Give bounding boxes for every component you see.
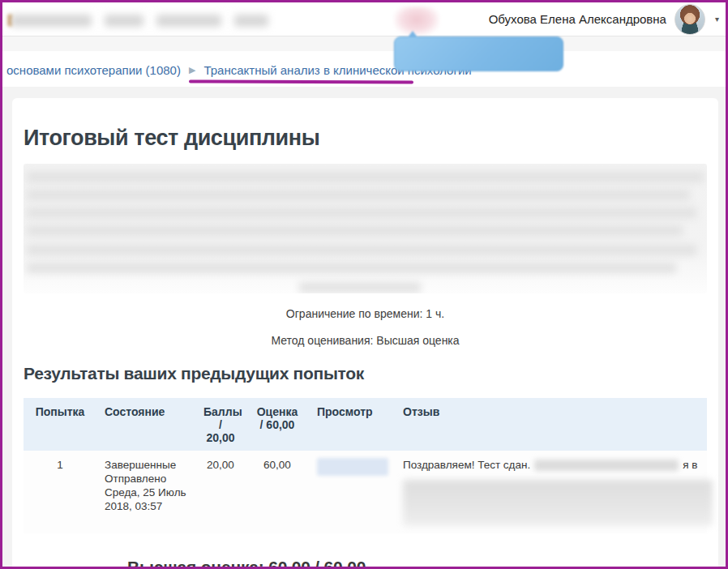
- results-heading: Результаты ваших предыдущих попыток: [24, 364, 707, 383]
- chevron-down-icon[interactable]: ▾: [715, 15, 719, 24]
- redacted-text-line: [299, 282, 421, 293]
- grading-method-text: Метод оценивания: Высшая оценка: [24, 334, 707, 347]
- col-header-attempt: Попытка: [24, 398, 96, 451]
- redacted-tooltip-blur: [394, 36, 563, 71]
- feedback-line: Поздравляем! Тест сдан.я в: [403, 458, 699, 472]
- attempt-state-cell: Завершенные Отправлено Среда, 25 Июль 20…: [96, 451, 195, 533]
- annotation-underline: [189, 80, 413, 84]
- attempt-number-cell: 1: [24, 451, 96, 533]
- redacted-text-line: [27, 207, 696, 218]
- col-header-grade-line: / 60,00: [260, 418, 295, 431]
- redacted-feedback-block: [403, 480, 713, 526]
- col-header-grade-line: Оценка: [257, 405, 298, 418]
- redacted-review-link[interactable]: [317, 458, 388, 476]
- top-header-bar: Обухова Елена Александровна ▾: [2, 2, 726, 36]
- attempt-submitted-date: Отправлено Среда, 25 Июль 2018, 03:57: [105, 472, 187, 513]
- redacted-text-line: [27, 245, 696, 255]
- redacted-text-blob: [156, 15, 221, 27]
- col-header-review: Просмотр: [309, 398, 395, 451]
- col-header-state: Состояние: [96, 398, 195, 451]
- attempt-state: Завершенные: [105, 458, 187, 472]
- table-header-row: Попытка Состояние Баллы / 20,00 Оценка /…: [24, 398, 707, 451]
- final-grade-text: Высшая оценка: 60,00 / 60,00.: [127, 558, 707, 569]
- table-row: 1 Завершенные Отправлено Среда, 25 Июль …: [24, 451, 707, 533]
- secondary-bar: [2, 36, 726, 51]
- col-header-marks: Баллы / 20,00: [195, 398, 246, 451]
- col-header-marks-line: 20,00: [206, 431, 234, 444]
- redacted-site-title: [11, 10, 278, 31]
- attempt-feedback-cell: Поздравляем! Тест сдан.я в: [395, 451, 707, 533]
- breadcrumb: основами психотерапии (1080) ▶ Трансактн…: [2, 51, 726, 87]
- redacted-text-line: [27, 225, 683, 236]
- feedback-text-start: Поздравляем! Тест сдан.: [403, 459, 530, 471]
- col-header-grade: Оценка / 60,00: [246, 398, 309, 451]
- screenshot-frame: Обухова Елена Александровна ▾ основами п…: [0, 0, 728, 569]
- redacted-text-line: [27, 172, 704, 182]
- time-limit-text: Ограничение по времени: 1 ч.: [24, 307, 707, 320]
- redacted-text-line: [27, 263, 676, 273]
- attempts-table: Попытка Состояние Баллы / 20,00 Оценка /…: [24, 398, 707, 533]
- redacted-feedback-strip: [534, 460, 679, 471]
- attempt-marks-cell: 20,00: [195, 451, 246, 533]
- page-background: Итоговый тест дисциплины Ограничение по …: [2, 87, 726, 569]
- attempt-review-cell: [309, 451, 395, 533]
- redacted-text-blob: [11, 15, 92, 27]
- breadcrumb-separator-icon: ▶: [189, 65, 195, 75]
- redacted-text-blob: [234, 15, 268, 27]
- col-header-feedback: Отзыв: [395, 398, 707, 451]
- redacted-text-line: [27, 190, 690, 200]
- page-title: Итоговый тест дисциплины: [24, 98, 707, 151]
- col-header-marks-line: /: [219, 418, 222, 431]
- col-header-marks-line: Баллы: [203, 405, 242, 418]
- feedback-text-end: я в: [683, 459, 697, 471]
- redacted-text-blob: [105, 15, 143, 27]
- attempt-grade-cell: 60,00: [246, 451, 309, 533]
- user-avatar[interactable]: [674, 4, 705, 35]
- redacted-quiz-description: [24, 164, 707, 293]
- content-card: Итоговый тест дисциплины Ограничение по …: [12, 98, 718, 569]
- breadcrumb-course-link[interactable]: основами психотерапии (1080): [6, 63, 181, 77]
- user-menu-name[interactable]: Обухова Елена Александровна: [489, 12, 666, 26]
